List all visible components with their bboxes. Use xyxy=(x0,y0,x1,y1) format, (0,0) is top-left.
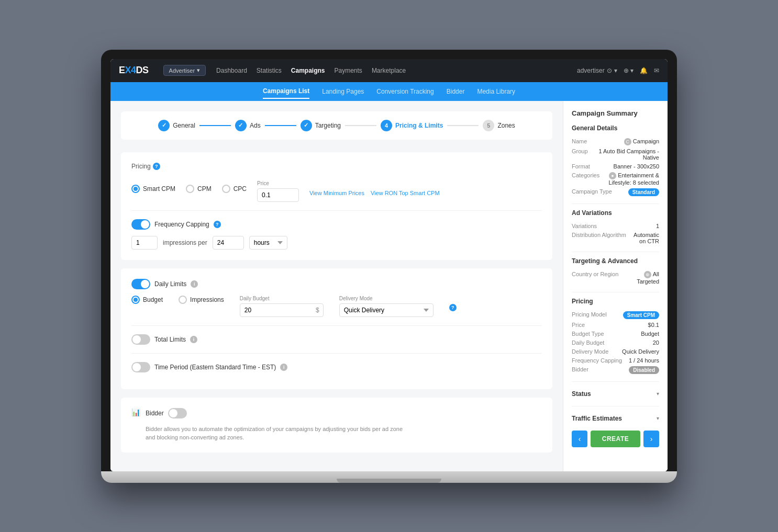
pricing-smart-cpm[interactable]: Smart CPM xyxy=(131,185,175,193)
distribution-row: Distribution Algorithm Automatic on CTR xyxy=(572,232,659,244)
nav-payments[interactable]: Payments xyxy=(335,65,362,76)
step-5-label: Zones xyxy=(497,122,515,129)
status-collapse[interactable]: Status ▾ xyxy=(572,387,659,401)
pricing-summary-title: Pricing xyxy=(572,298,659,307)
delivery-mode-select[interactable]: Quick Delivery Standard Even Delivery xyxy=(339,303,434,317)
pricing-section-label: Pricing ? xyxy=(131,163,542,170)
impressions-radio-item[interactable]: Impressions xyxy=(179,296,224,304)
ad-variations-section: Ad Variations Variations 1 Distribution … xyxy=(572,209,659,244)
bidder-row: 📊 Bidder Bidder allows you to automate t… xyxy=(131,408,542,442)
sub-nav-bidder[interactable]: Bidder xyxy=(447,85,465,98)
traffic-chevron-icon: ▾ xyxy=(657,415,659,421)
prev-button[interactable]: ‹ xyxy=(572,431,587,447)
pricing-model-badge: Smart CPM xyxy=(623,311,659,319)
freq-hours-input[interactable] xyxy=(213,236,244,250)
step-3[interactable]: ✓ Targeting xyxy=(301,120,341,131)
freq-period-select[interactable]: hours days weeks xyxy=(249,236,287,250)
top-nav: EX4DS Advertiser ▾ Dashboard Statistics … xyxy=(110,59,668,82)
group-row: Group 1 Auto Bid Campaigns - Native xyxy=(572,148,659,161)
sub-nav-media[interactable]: Media Library xyxy=(477,85,515,98)
currency-symbol: $ xyxy=(316,307,319,314)
bidder-toggle[interactable] xyxy=(168,408,187,418)
pricing-divider xyxy=(131,210,542,211)
cpm-radio[interactable] xyxy=(186,185,194,193)
delivery-help-icon[interactable]: ? xyxy=(449,304,457,311)
limits-divider-2 xyxy=(131,353,542,354)
daily-limits-card: Daily Limits i Budget Impressions xyxy=(121,268,552,389)
view-ron-link[interactable]: View RON Top Smart CPM xyxy=(371,190,440,196)
daily-limits-toggle-row: Daily Limits i xyxy=(131,279,542,289)
daily-limits-toggle[interactable] xyxy=(131,279,150,289)
logo: EX4DS xyxy=(119,65,149,76)
connector-1 xyxy=(199,125,231,126)
budget-radio[interactable] xyxy=(131,296,140,304)
cpc-radio[interactable] xyxy=(222,185,230,193)
pricing-cpc[interactable]: CPC xyxy=(222,185,247,193)
budget-input-wrap: $ xyxy=(240,303,324,317)
sidebar-divider-5 xyxy=(572,406,659,406)
price-summary-row: Price $0.1 xyxy=(572,322,659,328)
pricing-model-group: Smart CPM CPM CPC Price xyxy=(131,176,542,202)
messages-icon[interactable]: ✉ xyxy=(654,67,659,74)
sidebar-title: Campaign Summary xyxy=(572,109,659,117)
nav-marketplace[interactable]: Marketplace xyxy=(372,65,406,76)
limits-divider-1 xyxy=(131,325,542,326)
step-5[interactable]: 5 Zones xyxy=(483,120,515,131)
sub-nav-campaigns-list[interactable]: Campaigns List xyxy=(263,84,309,99)
sub-nav-conversion[interactable]: Conversion Tracking xyxy=(376,85,434,98)
notifications-icon[interactable]: 🔔 xyxy=(640,67,648,74)
step-3-label: Targeting xyxy=(315,122,341,129)
time-period-toggle[interactable] xyxy=(131,362,150,372)
daily-budget-field: Daily Budget $ xyxy=(240,296,324,317)
globe-icon: ⊕ xyxy=(644,271,651,278)
budget-radio-item[interactable]: Budget xyxy=(131,296,163,304)
freq-impressions-input[interactable] xyxy=(131,236,158,250)
campaign-type-row: Campaign Type Standard xyxy=(572,188,659,196)
daily-budget-input[interactable] xyxy=(240,303,324,317)
delivery-summary-row: Delivery Mode Quick Delivery xyxy=(572,348,659,355)
bidder-toggle-row: Bidder xyxy=(146,408,407,418)
freq-capping-toggle[interactable] xyxy=(131,219,150,230)
step-4-label: Pricing & Limits xyxy=(395,122,443,129)
step-4[interactable]: 4 Pricing & Limits xyxy=(381,120,443,131)
smart-cpm-radio[interactable] xyxy=(131,185,140,193)
nav-statistics[interactable]: Statistics xyxy=(257,65,282,76)
step-1[interactable]: ✓ General xyxy=(158,120,195,131)
stepper: ✓ General ✓ Ads ✓ Targeting 4 xyxy=(121,111,552,140)
pricing-cpm[interactable]: CPM xyxy=(186,185,212,193)
advertiser-dropdown[interactable]: Advertiser ▾ xyxy=(163,65,206,76)
total-limits-toggle-row: Total Limits i xyxy=(131,334,542,345)
delivery-mode-field: Delivery Mode Quick Delivery Standard Ev… xyxy=(339,296,434,317)
general-details-section: General Details Name C Campaign Group 1 … xyxy=(572,124,659,196)
price-input[interactable] xyxy=(257,188,299,202)
freq-capping-help-icon[interactable]: ? xyxy=(214,221,221,228)
step-4-icon: 4 xyxy=(381,120,392,131)
sub-nav-landing-pages[interactable]: Landing Pages xyxy=(322,85,364,98)
view-minimum-prices-link[interactable]: View Minimum Prices xyxy=(309,190,364,196)
language-selector[interactable]: ⊕ ▾ xyxy=(624,67,633,74)
traffic-collapse[interactable]: Traffic Estimates ▾ xyxy=(572,412,659,425)
next-button[interactable]: › xyxy=(643,431,659,447)
campaign-icon: C xyxy=(624,138,631,145)
connector-3 xyxy=(345,125,376,126)
impressions-radio[interactable] xyxy=(179,296,187,304)
create-button[interactable]: CREATE xyxy=(591,431,640,447)
total-limits-info-icon[interactable]: i xyxy=(190,336,197,343)
time-period-info-icon[interactable]: i xyxy=(280,364,287,371)
campaign-summary-sidebar: Campaign Summary General Details Name C … xyxy=(563,101,668,471)
connector-4 xyxy=(447,125,479,126)
freq-row: impressions per hours days weeks xyxy=(131,236,542,250)
targeting-title: Targeting & Advanced xyxy=(572,257,659,267)
daily-limits-info-icon[interactable]: i xyxy=(191,280,198,288)
nav-campaigns[interactable]: Campaigns xyxy=(291,65,325,76)
nav-dashboard[interactable]: Dashboard xyxy=(216,65,247,76)
time-period-toggle-row: Time Period (Eastern Standard Time - EST… xyxy=(131,362,542,372)
bidder-description: Bidder allows you to automate the optimi… xyxy=(146,425,407,442)
total-limits-toggle[interactable] xyxy=(131,334,150,345)
step-3-icon: ✓ xyxy=(301,120,312,131)
user-menu[interactable]: advertiser ⊙ ▾ xyxy=(577,67,617,74)
pricing-help-icon[interactable]: ? xyxy=(153,163,160,170)
step-2[interactable]: ✓ Ads xyxy=(235,120,261,131)
nav-right: advertiser ⊙ ▾ ⊕ ▾ 🔔 ✉ xyxy=(577,67,659,74)
step-2-label: Ads xyxy=(250,122,261,129)
